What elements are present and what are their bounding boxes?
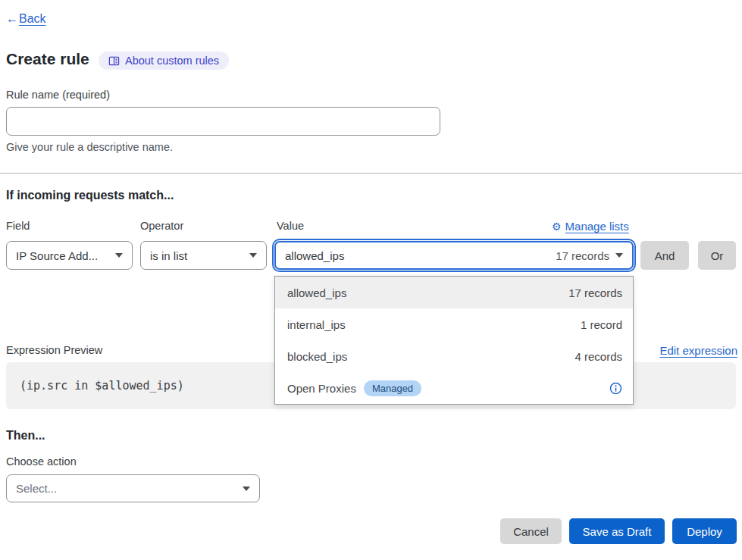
create-rule-page: ←Back Create rule About custom rules Rul…	[0, 0, 742, 560]
about-custom-rules-link[interactable]: About custom rules	[99, 52, 229, 70]
value-select-records: 17 records	[556, 249, 609, 262]
value-select-value: allowed_ips	[285, 249, 549, 262]
match-section-heading: If incoming requests match...	[6, 189, 174, 202]
operator-select[interactable]: is in list	[140, 241, 267, 270]
back-link[interactable]: ←Back	[6, 12, 46, 26]
managed-badge: Managed	[364, 380, 421, 396]
chevron-down-icon	[115, 253, 123, 258]
dropdown-item-internal-ips[interactable]: internal_ips 1 record	[275, 308, 633, 340]
then-section-heading: Then...	[6, 429, 45, 443]
dropdown-item-open-proxies[interactable]: Open Proxies Managed	[275, 372, 633, 404]
manage-lists-link[interactable]: ⚙ Manage lists	[552, 220, 629, 233]
rule-name-helper: Give your rule a descriptive name.	[6, 141, 173, 153]
edit-expression-link[interactable]: Edit expression	[659, 344, 737, 357]
chevron-down-icon	[249, 253, 257, 258]
info-icon[interactable]	[421, 382, 622, 395]
list-records: 4 records	[347, 350, 622, 363]
choose-action-label: Choose action	[6, 455, 77, 468]
about-badge-label: About custom rules	[125, 55, 219, 67]
book-icon	[108, 55, 120, 67]
or-button[interactable]: Or	[698, 241, 736, 270]
save-as-draft-button[interactable]: Save as Draft	[569, 518, 665, 544]
action-select[interactable]: Select...	[6, 474, 260, 502]
field-select[interactable]: IP Source Add...	[6, 241, 133, 270]
dropdown-item-allowed-ips[interactable]: allowed_ips 17 records	[275, 277, 633, 308]
rule-name-label: Rule name (required)	[6, 89, 110, 101]
value-select[interactable]: allowed_ips 17 records	[274, 241, 634, 270]
expression-code: (ip.src in $allowed_ips)	[20, 379, 184, 393]
cancel-button[interactable]: Cancel	[500, 518, 562, 544]
chevron-down-icon	[243, 486, 250, 491]
manage-lists-label: Manage lists	[565, 220, 629, 233]
action-select-placeholder: Select...	[16, 482, 236, 495]
back-arrow-icon: ←	[6, 12, 18, 26]
operator-label: Operator	[140, 220, 183, 232]
operator-select-value: is in list	[150, 249, 243, 262]
list-name: blocked_ips	[287, 350, 347, 363]
list-name: internal_ips	[287, 318, 346, 331]
gear-icon: ⚙	[552, 221, 562, 232]
edit-expression-label: Edit expression	[659, 344, 737, 357]
back-link-label: Back	[19, 12, 46, 26]
list-records: 1 record	[346, 318, 622, 331]
chevron-down-icon	[615, 253, 623, 258]
rule-name-input[interactable]	[6, 107, 440, 136]
page-title: Create rule	[6, 50, 89, 68]
field-select-value: IP Source Add...	[16, 249, 109, 262]
list-name: allowed_ips	[287, 286, 346, 299]
expression-preview-label: Expression Preview	[6, 344, 102, 356]
and-button[interactable]: And	[640, 241, 689, 270]
dropdown-item-blocked-ips[interactable]: blocked_ips 4 records	[275, 340, 633, 372]
field-label: Field	[6, 220, 30, 232]
list-records: 17 records	[346, 286, 622, 299]
deploy-button[interactable]: Deploy	[672, 518, 737, 544]
value-dropdown: allowed_ips 17 records internal_ips 1 re…	[274, 276, 634, 405]
list-name: Open Proxies	[287, 382, 356, 395]
section-divider	[0, 173, 742, 174]
value-label: Value	[277, 220, 304, 232]
